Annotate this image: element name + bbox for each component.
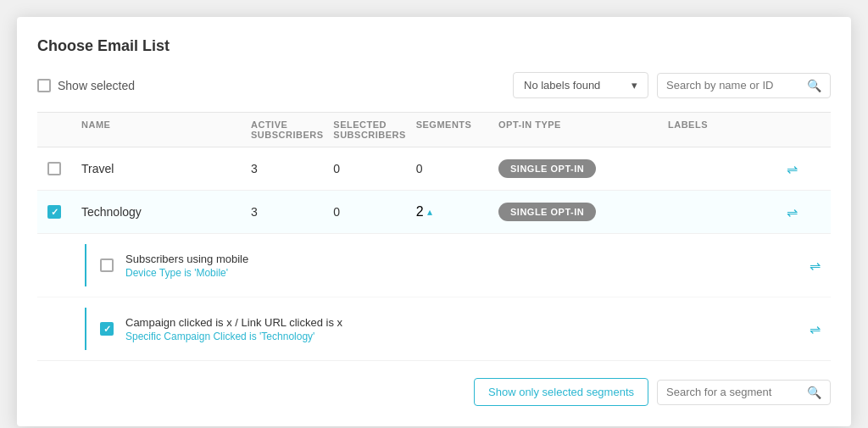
- segment-row: Subscribers using mobile Device Type is …: [37, 234, 831, 297]
- technology-segments-container: 2 ▴: [416, 204, 498, 220]
- show-selected-container: Show selected: [37, 79, 135, 92]
- table-row: Technology 3 0 2 ▴ SINGLE OPT-IN ⇌: [37, 191, 831, 234]
- bottom-toolbar: Show only selected segments 🔍: [37, 378, 831, 406]
- segment-mobile-checkbox[interactable]: [100, 258, 114, 272]
- segment-mobile-info: Subscribers using mobile Device Type is …: [125, 253, 248, 279]
- travel-optin-badge-container: SINGLE OPT-IN: [498, 159, 668, 178]
- technology-optin-badge-container: SINGLE OPT-IN: [498, 203, 668, 221]
- choose-email-list-modal: Choose Email List Show selected No label…: [17, 17, 851, 426]
- technology-optin-badge: SINGLE OPT-IN: [498, 203, 596, 221]
- col-header-labels: LABELS: [668, 120, 787, 140]
- technology-segments-count: 2: [416, 204, 424, 220]
- col-header-name: NAME: [81, 120, 251, 140]
- travel-name: Travel: [81, 162, 251, 175]
- labels-dropdown[interactable]: No labels found ▾: [513, 72, 648, 98]
- segment-line: [85, 308, 86, 350]
- technology-selected-subs: 0: [333, 205, 415, 219]
- modal-title: Choose Email List: [37, 37, 831, 55]
- table-row: Travel 3 0 0 SINGLE OPT-IN ⇌: [37, 147, 831, 191]
- segment-campaign-desc: Specific Campaign Clicked is 'Technology…: [125, 331, 342, 342]
- show-selected-segments-button[interactable]: Show only selected segments: [474, 378, 648, 406]
- search-icon: 🔍: [807, 79, 821, 92]
- table-header: NAME ACTIVE SUBSCRIBERS SELECTED SUBSCRI…: [37, 112, 831, 147]
- chevron-down-icon: ▾: [632, 79, 637, 92]
- segment-campaign-checkbox[interactable]: [100, 322, 114, 336]
- col-header-active-subscribers: ACTIVE SUBSCRIBERS: [251, 120, 333, 140]
- show-selected-checkbox[interactable]: [37, 79, 51, 92]
- col-header-optin-type: OPT-IN TYPE: [498, 120, 668, 140]
- segments-expand-icon[interactable]: ▴: [427, 206, 432, 218]
- segment-search-input[interactable]: [666, 386, 802, 398]
- travel-active-subs: 3: [251, 162, 333, 175]
- technology-filter-icon[interactable]: ⇌: [787, 204, 821, 220]
- segment-mobile-desc: Device Type is 'Mobile': [125, 267, 248, 279]
- technology-checkbox[interactable]: [47, 205, 61, 219]
- travel-optin-badge: SINGLE OPT-IN: [498, 159, 596, 178]
- search-box: 🔍: [657, 73, 831, 98]
- toolbar: Show selected No labels found ▾ 🔍: [37, 72, 831, 98]
- segment-campaign-filter-icon[interactable]: ⇌: [810, 321, 821, 337]
- segment-search-icon: 🔍: [807, 386, 821, 399]
- segment-mobile-filter-icon[interactable]: ⇌: [810, 258, 821, 274]
- travel-filter-icon[interactable]: ⇌: [787, 161, 821, 177]
- technology-active-subs: 3: [251, 205, 333, 219]
- labels-dropdown-label: No labels found: [524, 79, 600, 92]
- col-header-actions: [787, 120, 821, 140]
- toolbar-right: No labels found ▾ 🔍: [513, 72, 831, 98]
- col-header-selected-subscribers: SELECTED SUBSCRIBERS: [333, 120, 415, 140]
- segment-container: Subscribers using mobile Device Type is …: [37, 234, 831, 361]
- travel-selected-subs: 0: [333, 162, 415, 175]
- travel-checkbox[interactable]: [47, 162, 61, 175]
- segment-mobile-name: Subscribers using mobile: [125, 253, 248, 265]
- show-selected-label: Show selected: [58, 79, 135, 92]
- segment-line: [85, 244, 86, 286]
- search-input[interactable]: [666, 79, 802, 92]
- col-header-checkbox: [47, 120, 81, 140]
- segment-row: Campaign clicked is x / Link URL clicked…: [37, 297, 831, 360]
- technology-name: Technology: [81, 205, 251, 219]
- segment-campaign-name: Campaign clicked is x / Link URL clicked…: [125, 316, 342, 329]
- segment-search-box: 🔍: [657, 380, 831, 405]
- travel-segments: 0: [416, 162, 498, 175]
- col-header-segments: SEGMENTS: [416, 120, 498, 140]
- segment-campaign-info: Campaign clicked is x / Link URL clicked…: [125, 316, 342, 342]
